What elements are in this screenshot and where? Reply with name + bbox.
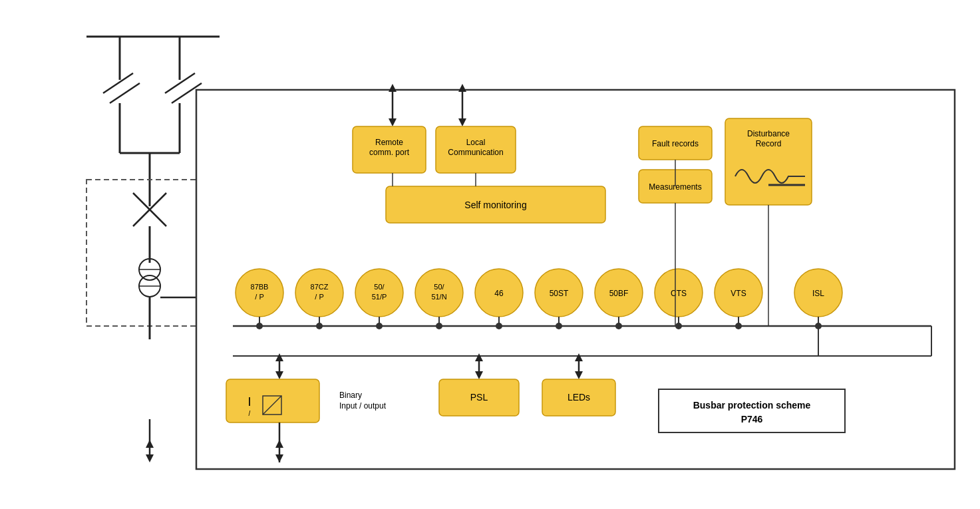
svg-text:Record: Record — [756, 139, 782, 148]
svg-point-91 — [735, 323, 742, 329]
svg-text:/: / — [249, 410, 251, 417]
svg-text:Busbar protection scheme: Busbar protection scheme — [693, 400, 811, 411]
svg-text:ISL: ISL — [812, 289, 824, 298]
svg-point-89 — [615, 323, 622, 329]
svg-text:50BF: 50BF — [609, 289, 629, 298]
diagram-svg: Remote comm. port Local Communication Fa… — [0, 0, 980, 509]
svg-rect-119 — [659, 389, 845, 432]
svg-marker-24 — [146, 440, 154, 448]
svg-rect-99 — [226, 379, 319, 423]
svg-rect-13 — [86, 180, 206, 326]
svg-point-86 — [436, 323, 442, 329]
svg-point-84 — [316, 323, 323, 329]
svg-text:87CZ: 87CZ — [311, 283, 329, 291]
svg-text:LEDs: LEDs — [568, 392, 590, 403]
svg-text:Local: Local — [466, 138, 486, 147]
svg-text:comm. port: comm. port — [369, 148, 410, 157]
svg-marker-23 — [146, 454, 154, 462]
svg-text:46: 46 — [494, 289, 504, 298]
svg-text:Input / output: Input / output — [339, 401, 387, 411]
svg-text:VTS: VTS — [731, 289, 746, 298]
svg-text:/ P: / P — [315, 293, 323, 301]
svg-text:P746: P746 — [741, 414, 763, 424]
svg-text:Fault records: Fault records — [652, 139, 699, 148]
svg-text:PSL: PSL — [470, 392, 488, 403]
svg-text:I: I — [247, 395, 251, 409]
svg-marker-27 — [389, 84, 397, 92]
svg-text:Communication: Communication — [448, 148, 503, 157]
diagram-container: Remote comm. port Local Communication Fa… — [0, 0, 980, 509]
svg-point-90 — [675, 323, 682, 329]
svg-text:/ P: / P — [255, 293, 263, 301]
svg-text:87BB: 87BB — [251, 283, 269, 291]
svg-text:51/P: 51/P — [372, 293, 387, 301]
svg-text:Disturbance: Disturbance — [747, 129, 790, 138]
svg-point-88 — [556, 323, 562, 329]
svg-text:51/N: 51/N — [431, 293, 446, 301]
svg-text:Binary: Binary — [339, 391, 362, 400]
svg-point-87 — [496, 323, 502, 329]
svg-text:Self monitoring: Self monitoring — [464, 200, 526, 210]
svg-point-85 — [376, 323, 383, 329]
svg-text:50ST: 50ST — [550, 289, 569, 298]
svg-marker-30 — [458, 84, 466, 92]
svg-text:50/: 50/ — [434, 283, 444, 291]
svg-text:50/: 50/ — [374, 283, 385, 291]
svg-text:CTS: CTS — [671, 289, 687, 298]
svg-text:Remote: Remote — [375, 138, 403, 147]
svg-point-83 — [256, 323, 263, 329]
